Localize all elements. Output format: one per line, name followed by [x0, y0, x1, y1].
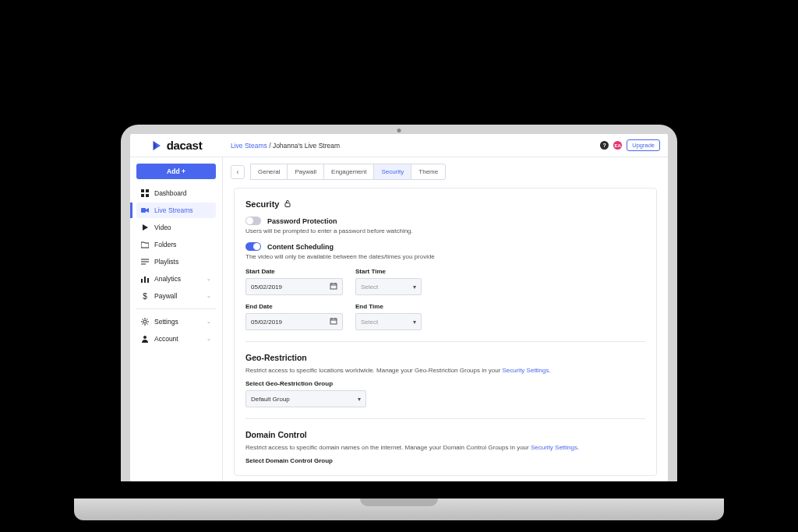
section-title-domain: Domain Control [245, 430, 645, 439]
divider [245, 341, 645, 342]
geo-group-select[interactable]: Default Group ▾ [245, 390, 366, 407]
gear-icon [141, 318, 149, 326]
svg-rect-2 [141, 194, 144, 197]
sidebar-item-label: Account [154, 335, 178, 343]
svg-rect-19 [330, 319, 337, 324]
chevron-down-icon: ⌄ [207, 276, 211, 282]
password-protection-label: Password Protection [267, 217, 337, 225]
sidebar-item-account[interactable]: Account ⌄ [136, 331, 216, 347]
sidebar-item-settings[interactable]: Settings ⌄ [136, 314, 216, 329]
domain-description: Restrict access to specific domain names… [245, 444, 645, 451]
back-button[interactable]: ‹ [231, 165, 245, 179]
domain-select-label: Select Domain Control Group [245, 457, 645, 464]
sidebar-item-analytics[interactable]: Analytics ⌄ [136, 271, 216, 287]
sidebar-item-playlists[interactable]: Playlists [136, 254, 216, 270]
tab-general[interactable]: General [250, 164, 288, 180]
section-title-security: Security [245, 199, 645, 209]
calendar-icon [330, 282, 337, 291]
divider [245, 418, 645, 419]
chevron-down-icon: ▾ [413, 284, 416, 291]
password-protection-desc: Users will be prompted to enter a passwo… [245, 227, 645, 234]
sidebar-item-label: Dashboard [154, 189, 187, 197]
breadcrumb-root[interactable]: Live Steams [231, 142, 267, 150]
sidebar-item-label: Video [154, 224, 171, 231]
top-bar: dacast Live Steams / Johanna's Live Stre… [130, 134, 668, 157]
toggle-content-scheduling[interactable] [245, 242, 261, 251]
security-settings-link[interactable]: Security Settings [502, 367, 549, 374]
end-time-label: End Time [355, 303, 422, 310]
svg-rect-10 [147, 278, 149, 283]
section-title-geo: Geo-Restriction [245, 353, 645, 362]
add-button[interactable]: Add + [136, 164, 216, 179]
breadcrumb: Live Steams / Johanna's Live Stream [223, 142, 600, 150]
tab-paywall[interactable]: Paywall [287, 164, 324, 180]
sidebar-item-dashboard[interactable]: Dashboard [136, 185, 216, 201]
app-window: dacast Live Steams / Johanna's Live Stre… [130, 134, 668, 481]
security-settings-link[interactable]: Security Settings [531, 444, 577, 451]
geo-select-label: Select Geo-Restriction Group [245, 380, 645, 387]
svg-rect-14 [285, 203, 290, 207]
play-icon [141, 224, 149, 231]
avatar[interactable]: EA [613, 141, 622, 150]
svg-rect-8 [141, 279, 143, 283]
svg-rect-4 [141, 208, 146, 213]
tab-security[interactable]: Security [373, 164, 411, 180]
sidebar-item-label: Analytics [154, 275, 181, 283]
sidebar-divider [136, 308, 216, 309]
chevron-down-icon: ⌄ [207, 336, 211, 342]
sidebar-item-label: Paywall [154, 292, 177, 300]
sidebar-item-label: Folders [154, 241, 176, 248]
person-icon [141, 335, 149, 343]
chevron-down-icon: ▾ [358, 396, 361, 403]
start-time-label: Start Time [355, 268, 422, 275]
folder-icon [141, 241, 149, 248]
svg-rect-0 [141, 189, 144, 192]
security-panel: Security Password Protection Users will … [234, 188, 657, 476]
brand-logo[interactable]: dacast [130, 139, 223, 152]
tab-theme[interactable]: Theme [411, 164, 446, 180]
end-date-label: End Date [245, 303, 343, 310]
upgrade-button[interactable]: Upgrade [627, 139, 660, 151]
sidebar-item-label: Live Streams [154, 206, 193, 214]
sidebar-item-folders[interactable]: Folders [136, 237, 216, 252]
logo-icon [151, 139, 164, 152]
content-scheduling-label: Content Scheduling [267, 243, 334, 251]
calendar-icon [330, 317, 337, 326]
svg-point-12 [143, 320, 147, 323]
sidebar: Add + Dashboard Live Streams Video [130, 157, 223, 481]
breadcrumb-current: Johanna's Live Stream [273, 142, 340, 150]
svg-point-13 [143, 336, 147, 339]
tab-engagement[interactable]: Engagement [323, 164, 374, 180]
tabs: ‹ General Paywall Engagement Security Th… [223, 157, 668, 186]
camera-icon [141, 206, 149, 214]
main-content: ‹ General Paywall Engagement Security Th… [223, 157, 668, 481]
end-time-select[interactable]: Select ▾ [355, 313, 422, 330]
geo-description: Restrict access to specific locations wo… [245, 367, 645, 374]
brand-text: dacast [167, 139, 203, 152]
start-date-label: Start Date [245, 268, 343, 275]
sidebar-item-live-streams[interactable]: Live Streams [136, 203, 216, 218]
lock-icon [284, 199, 291, 209]
dashboard-icon [141, 189, 149, 197]
start-time-select[interactable]: Select ▾ [355, 278, 422, 295]
end-date-input[interactable]: 05/02/2019 [245, 313, 343, 330]
help-icon[interactable]: ? [600, 141, 609, 150]
chevron-down-icon: ▾ [413, 319, 416, 326]
sidebar-item-paywall[interactable]: $ Paywall ⌄ [136, 288, 216, 304]
svg-text:$: $ [143, 292, 147, 300]
dollar-icon: $ [141, 292, 149, 300]
sidebar-item-video[interactable]: Video [136, 220, 216, 235]
content-scheduling-desc: The video will only be available between… [245, 253, 645, 260]
svg-rect-15 [330, 284, 337, 289]
svg-rect-3 [146, 194, 149, 197]
analytics-icon [141, 275, 149, 283]
svg-rect-9 [144, 277, 146, 283]
start-date-input[interactable]: 05/02/2019 [245, 278, 343, 295]
toggle-password-protection[interactable] [245, 217, 261, 225]
chevron-down-icon: ⌄ [207, 319, 211, 325]
list-icon [141, 258, 149, 266]
svg-rect-1 [146, 189, 149, 192]
sidebar-item-label: Playlists [154, 258, 178, 266]
chevron-down-icon: ⌄ [207, 293, 211, 299]
sidebar-item-label: Settings [154, 318, 178, 326]
